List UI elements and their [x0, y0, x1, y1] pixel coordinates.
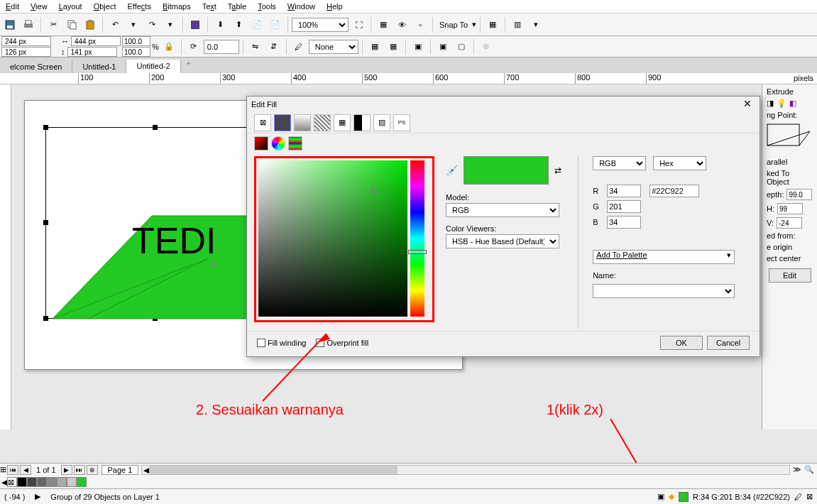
tab-welcome[interactable]: elcome Screen	[0, 60, 72, 73]
palette-swatch[interactable]	[57, 477, 67, 487]
palette-left-icon[interactable]: ◀	[1, 478, 7, 487]
palette-swatch[interactable]	[27, 477, 37, 487]
scroll-right-icon[interactable]: ≫	[793, 465, 801, 474]
extrude-object[interactable]	[45, 191, 273, 333]
tab-untitled1[interactable]: Untitled-1	[72, 60, 126, 73]
palette-swatch[interactable]	[67, 477, 77, 487]
status-proof-icon[interactable]: ▣	[657, 492, 664, 501]
fill-twocolor-icon[interactable]	[353, 114, 371, 131]
palette-swatch[interactable]	[17, 477, 27, 487]
horizontal-scrollbar[interactable]: ◀	[141, 465, 790, 475]
depth-field[interactable]	[786, 189, 812, 200]
outline-select[interactable]: None	[309, 40, 358, 54]
rotate-field[interactable]	[204, 40, 239, 54]
cancel-button[interactable]: Cancel	[707, 336, 750, 350]
palette-combo[interactable]: Add To Palette ▾	[593, 250, 735, 264]
sv-marker[interactable]	[372, 187, 378, 193]
cube-icon[interactable]: ◧	[789, 99, 796, 108]
fill-none-icon[interactable]: ⊠	[254, 114, 271, 131]
mirror-h-icon[interactable]: ⇋	[247, 38, 264, 55]
fill-bitmap-icon[interactable]: ▦	[334, 114, 351, 131]
palette-swatch[interactable]	[37, 477, 47, 487]
save-icon[interactable]	[1, 16, 18, 33]
undo-icon[interactable]: ↶	[106, 16, 124, 33]
palette-none[interactable]: ⊠	[7, 477, 17, 487]
fill-postscript-icon[interactable]: PS	[393, 114, 410, 131]
extrude-icon1[interactable]: ◨	[767, 99, 774, 108]
status-none-icon[interactable]: ⊠	[806, 492, 813, 501]
center-opt[interactable]: ect center	[764, 253, 816, 264]
menu-view[interactable]: View	[25, 1, 53, 12]
status-play-icon[interactable]: ▶	[35, 492, 40, 501]
fill-fountain-icon[interactable]	[294, 114, 311, 131]
menu-help[interactable]: Help	[321, 1, 349, 12]
undo-dropdown-icon[interactable]: ▾	[125, 16, 142, 33]
add-icon[interactable]: ⊕	[478, 38, 495, 55]
first-page-button[interactable]: ⏮	[7, 465, 18, 475]
edit-button[interactable]: Edit	[769, 268, 811, 283]
group-icon[interactable]: ▣	[434, 38, 451, 55]
x-field[interactable]	[1, 36, 51, 46]
page-tab-1[interactable]: Page 1	[102, 465, 139, 475]
launch2-icon[interactable]: ▾	[527, 16, 544, 33]
h-field[interactable]	[777, 203, 803, 214]
menu-tools[interactable]: Tools	[252, 1, 282, 12]
scrollbar-thumb[interactable]	[149, 466, 397, 474]
menu-effects[interactable]: Effects	[121, 1, 156, 12]
last-page-button[interactable]: ⏭	[74, 465, 85, 475]
import-icon[interactable]: ⬇	[212, 16, 229, 33]
grid-icon[interactable]: 👁	[393, 16, 410, 33]
mixer-tab-2[interactable]	[271, 136, 285, 150]
menu-layout[interactable]: Layout	[53, 1, 88, 12]
hex-field[interactable]	[649, 185, 699, 197]
h-field[interactable]	[67, 47, 117, 57]
palette-swatch[interactable]	[47, 477, 57, 487]
lamp-icon[interactable]: 💡	[777, 99, 786, 108]
wrap-icon[interactable]: ▦	[366, 38, 383, 55]
fill-uniform-icon[interactable]	[274, 114, 291, 131]
copy-icon[interactable]	[63, 16, 80, 33]
rulers-icon[interactable]: ▦	[375, 16, 392, 33]
v-field[interactable]	[777, 217, 802, 229]
menu-window[interactable]: Window	[282, 1, 321, 12]
launch-icon[interactable]: ▥	[509, 16, 526, 33]
menu-bitmaps[interactable]: Bitmaps	[157, 1, 197, 12]
scale-x-field[interactable]	[122, 36, 150, 46]
prev-page-button[interactable]: ◀	[20, 465, 31, 475]
paste-icon[interactable]	[82, 16, 99, 33]
export-icon[interactable]: ⬆	[230, 16, 247, 33]
publish-icon[interactable]: 📄	[248, 16, 265, 33]
status-outline-icon[interactable]: 🖊	[794, 493, 802, 501]
tab-untitled2[interactable]: Untitled-2	[126, 60, 180, 73]
publish2-icon[interactable]: 📄	[267, 16, 284, 33]
eyedropper-icon[interactable]: 💉	[446, 165, 458, 176]
menu-object[interactable]: Object	[88, 1, 122, 12]
search-icon[interactable]	[187, 16, 204, 33]
swap-icon[interactable]: ⇄	[554, 165, 561, 175]
wrap2-icon[interactable]: ▦	[385, 38, 402, 55]
new-tab-button[interactable]: +	[181, 59, 197, 73]
origin-opt[interactable]: e origin	[764, 241, 816, 253]
guides-icon[interactable]: ▫	[412, 16, 429, 33]
ungroup-icon[interactable]: ▢	[453, 38, 470, 55]
zoom-select[interactable]: 100%	[292, 18, 349, 32]
snap-label[interactable]: Snap To	[437, 21, 471, 29]
redo-dropdown-icon[interactable]: ▾	[162, 16, 179, 33]
next-page-button[interactable]: ▶	[61, 465, 72, 475]
redo-icon[interactable]: ↷	[143, 16, 160, 33]
options-icon[interactable]: ▦	[484, 16, 501, 33]
handle-nw[interactable]	[43, 125, 48, 130]
hue-slider[interactable]	[410, 160, 424, 317]
model-select[interactable]: RGB	[446, 203, 559, 217]
format-select[interactable]: Hex	[653, 156, 706, 170]
name-field[interactable]	[593, 284, 735, 298]
g-field[interactable]	[607, 200, 641, 213]
colorspace-select[interactable]: RGB	[593, 156, 646, 170]
mixer-tab-3[interactable]	[288, 136, 302, 150]
zoom-nav-icon[interactable]: 🔍	[804, 465, 814, 474]
lock-ratio-icon[interactable]: 🔒	[160, 38, 177, 55]
mirror-v-icon[interactable]: ⇵	[265, 38, 283, 55]
fill-pattern-icon[interactable]	[314, 114, 331, 131]
menu-text[interactable]: Text	[197, 1, 222, 12]
menu-edit[interactable]: Edit	[0, 1, 25, 12]
